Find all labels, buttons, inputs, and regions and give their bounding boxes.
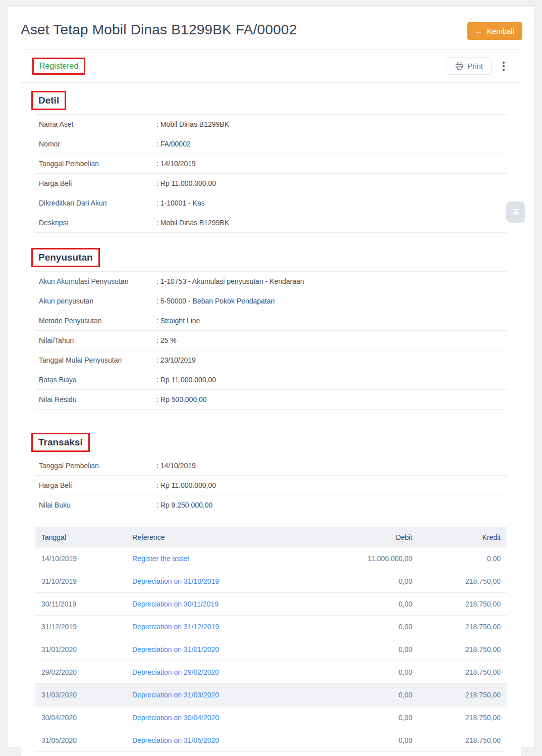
section-title-penyusutan: Penyusutan <box>38 252 93 263</box>
detail-value: : 14/10/2019 <box>156 160 196 168</box>
detail-value: : Rp 11.000.000,00 <box>156 376 216 384</box>
detail-label: Batas Biaya <box>39 376 156 384</box>
cell-tanggal: 31/01/2020 <box>35 638 126 661</box>
detail-label: Nilai Buku <box>39 501 156 509</box>
section-penyusutan: Penyusutan Akun Akumulasi Penyusutan: 1-… <box>35 248 507 410</box>
column-header-kredit: Kredit <box>418 527 507 547</box>
detail-value: : Rp 11.000.000,00 <box>156 481 216 489</box>
annotation-box-registered: Registered <box>32 58 85 75</box>
cell-reference: Depreciation on 31/03/2020 <box>126 684 302 706</box>
detail-row: Tanggal Pembelian: 14/10/2019 <box>35 456 507 476</box>
transactions-table: Tanggal Reference Debit Kredit 14/10/201… <box>35 527 507 752</box>
reference-link[interactable]: Depreciation on 31/12/2019 <box>132 623 219 631</box>
cell-kredit: 218.750,00 <box>418 570 507 592</box>
cell-kredit: 218.750,00 <box>418 616 507 638</box>
status-badge: Registered <box>39 62 78 70</box>
cell-tanggal: 30/11/2019 <box>35 593 126 615</box>
scroll-to-top-button[interactable] <box>506 201 525 223</box>
detail-rows-transaksi: Tanggal Pembelian: 14/10/2019Harga Beli:… <box>35 456 507 515</box>
cell-reference: Depreciation on 31/05/2020 <box>126 729 302 751</box>
transactions-table-header: Tanggal Reference Debit Kredit <box>35 527 507 547</box>
detail-value: : Mobil Dinas B1299BK <box>156 219 229 227</box>
reference-link[interactable]: Depreciation on 31/03/2020 <box>132 691 219 699</box>
cell-reference: Depreciation on 30/11/2019 <box>126 593 302 615</box>
detail-label: Harga Beli <box>39 481 156 489</box>
section-title-detil: Detil <box>38 95 59 106</box>
reference-link[interactable]: Depreciation on 31/05/2020 <box>132 736 219 744</box>
annotation-box-penyusutan: Penyusutan <box>31 248 507 267</box>
table-row: 31/01/2020Depreciation on 31/01/20200,00… <box>35 638 507 661</box>
cell-tanggal: 30/04/2020 <box>35 707 126 729</box>
table-row: 14/10/2019Register the asset11.000.000,0… <box>35 547 507 570</box>
detail-rows-penyusutan: Akun Akumulasi Penyusutan: 1-10753 - Aku… <box>35 271 507 410</box>
asset-detail-panel: Registered Print Detil Nam <box>21 49 521 756</box>
cell-kredit: 218.750,00 <box>418 729 507 751</box>
card-body: Detil Nama Aset: Mobil Dinas B1299BKNomo… <box>21 91 521 756</box>
section-title-transaksi: Transaksi <box>38 437 83 448</box>
reference-link[interactable]: Depreciation on 31/01/2020 <box>132 645 219 653</box>
detail-value: : FA/00002 <box>156 140 191 148</box>
reference-link[interactable]: Register the asset <box>132 555 189 563</box>
kebab-menu-icon[interactable] <box>500 60 508 73</box>
section-detil: Detil Nama Aset: Mobil Dinas B1299BKNomo… <box>35 91 507 233</box>
cell-debit: 0,00 <box>302 638 418 661</box>
column-header-debit: Debit <box>302 527 418 547</box>
detail-row: Harga Beli: Rp 11.000.000,00 <box>35 476 507 495</box>
page-header: Aset Tetap Mobil Dinas B1299BK FA/00002 … <box>8 7 534 49</box>
cell-debit: 0,00 <box>302 593 418 615</box>
detail-row: Tanggal Pembelian: 14/10/2019 <box>35 154 507 174</box>
detail-row: Nama Aset: Mobil Dinas B1299BK <box>35 115 507 134</box>
table-row: 31/12/2019Depreciation on 31/12/20190,00… <box>35 616 507 638</box>
cell-kredit: 218.750,00 <box>418 593 507 615</box>
detail-value: : Rp 500.000,00 <box>156 395 207 404</box>
status-toolbar: Registered Print <box>21 49 521 83</box>
detail-label: Nama Aset <box>39 120 156 128</box>
printer-icon <box>455 62 463 70</box>
detail-label: Nilai Residu <box>39 395 156 404</box>
detail-row: Harga Beli: Rp 11.000.000,00 <box>35 174 507 193</box>
detail-row: Akun Akumulasi Penyusutan: 1-10753 - Aku… <box>35 272 507 291</box>
reference-link[interactable]: Depreciation on 29/02/2020 <box>132 668 219 676</box>
asset-detail-card: Aset Tetap Mobil Dinas B1299BK FA/00002 … <box>7 6 535 748</box>
reference-link[interactable]: Depreciation on 31/10/2019 <box>132 577 219 585</box>
table-row: 31/03/2020Depreciation on 31/03/20200,00… <box>35 684 507 707</box>
detail-label: Tanggal Pembelian <box>39 160 156 168</box>
detail-row: Metode Penyusutan: Straight Line <box>35 311 507 331</box>
detail-value: : Mobil Dinas B1299BK <box>156 120 229 128</box>
reference-link[interactable]: Depreciation on 30/11/2019 <box>132 600 219 608</box>
cell-tanggal: 29/02/2020 <box>35 661 126 683</box>
table-row: 29/02/2020Depreciation on 29/02/20200,00… <box>35 661 507 684</box>
cell-debit: 0,00 <box>302 661 418 683</box>
detail-label: Akun Akumulasi Penyusutan <box>39 277 156 285</box>
detail-value: : Straight Line <box>156 317 200 325</box>
toolbar-actions: Print <box>447 57 508 75</box>
detail-rows-detil: Nama Aset: Mobil Dinas B1299BKNomor: FA/… <box>35 114 507 233</box>
table-row: 31/05/2020Depreciation on 31/05/20200,00… <box>35 729 507 752</box>
detail-value: : 23/10/2019 <box>156 356 196 364</box>
detail-value: : 14/10/2019 <box>156 462 196 470</box>
detail-row: Nilai/Tahun: 25 % <box>35 331 507 350</box>
transactions-table-body: 14/10/2019Register the asset11.000.000,0… <box>35 547 507 752</box>
print-button[interactable]: Print <box>447 57 492 75</box>
column-header-tanggal: Tanggal <box>35 527 126 547</box>
back-button[interactable]: ← Kembali <box>467 22 522 40</box>
cell-kredit: 218.750,00 <box>418 707 507 729</box>
detail-value: : Rp 9.250.000,00 <box>156 501 212 509</box>
back-arrow-icon: ← <box>475 27 483 35</box>
cell-tanggal: 31/05/2020 <box>35 729 126 751</box>
cell-debit: 0,00 <box>302 729 418 751</box>
detail-label: Nilai/Tahun <box>39 336 156 344</box>
detail-row: Batas Biaya: Rp 11.000.000,00 <box>35 370 507 390</box>
cell-debit: 0,00 <box>302 707 418 729</box>
detail-row: Deskripsi: Mobil Dinas B1299BK <box>35 213 507 233</box>
detail-value: : 25 % <box>156 336 177 344</box>
table-row: 31/10/2019Depreciation on 31/10/20190,00… <box>35 570 507 593</box>
cell-reference: Depreciation on 31/10/2019 <box>126 570 302 592</box>
cell-debit: 11.000.000,00 <box>302 547 418 570</box>
cell-tanggal: 31/03/2020 <box>35 684 126 706</box>
detail-value: : 1-10001 - Kas <box>156 199 205 207</box>
detail-label: Metode Penyusutan <box>39 317 156 325</box>
detail-value: : 5-50000 - Beban Pokok Pendapatan <box>156 297 275 305</box>
cell-debit: 0,00 <box>302 616 418 638</box>
reference-link[interactable]: Depreciation on 30/04/2020 <box>132 714 219 722</box>
